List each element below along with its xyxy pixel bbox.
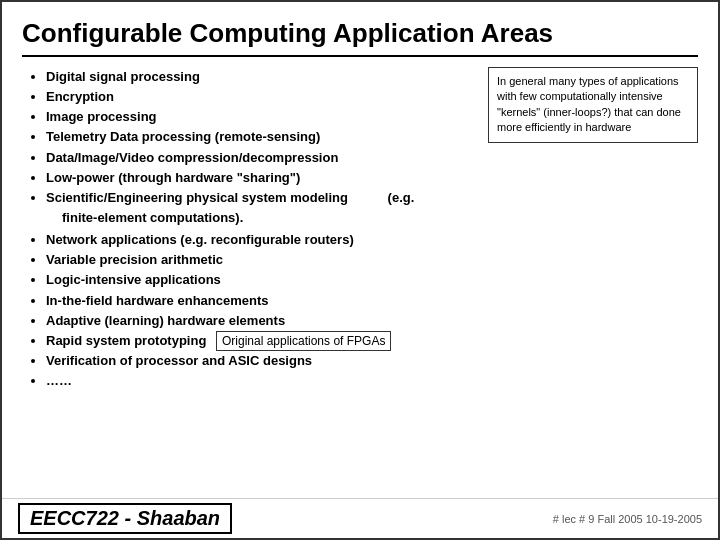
page-info: # lec # 9 Fall 2005 10-19-2005 [553, 513, 702, 525]
list-item: Telemetry Data processing (remote-sensin… [46, 127, 478, 147]
list-item: Rapid system prototyping Original applic… [46, 331, 478, 351]
content-area: Digital signal processing Encryption Ima… [22, 67, 698, 391]
list-item: Logic-intensive applications [46, 270, 478, 290]
list-item: Digital signal processing [46, 67, 478, 87]
list-item: …… [46, 371, 478, 391]
brand-label: EECC722 - Shaaban [18, 503, 232, 534]
fpga-note: Original applications of FPGAs [216, 331, 391, 351]
tooltip-box: In general many types of applications wi… [488, 67, 698, 143]
tooltip-text: In general many types of applications wi… [497, 75, 681, 133]
list-item: Encryption [46, 87, 478, 107]
list-item: Data/Image/Video compression/decompressi… [46, 148, 478, 168]
list-item: In-the-field hardware enhancements [46, 291, 478, 311]
list-item: Adaptive (learning) hardware elements [46, 311, 478, 331]
rapid-text: Rapid system prototyping [46, 333, 206, 348]
list-item: Scientific/Engineering physical system m… [46, 188, 478, 208]
bullet-list: Digital signal processing Encryption Ima… [22, 67, 478, 391]
bottom-bar: EECC722 - Shaaban # lec # 9 Fall 2005 10… [2, 498, 718, 538]
eg-label: (e.g. [388, 190, 415, 205]
slide-title: Configurable Computing Application Areas [22, 18, 698, 57]
bottom-bullet-list: Network applications (e.g. reconfigurabl… [22, 230, 478, 391]
list-item: Verification of processor and ASIC desig… [46, 351, 478, 371]
list-item: Network applications (e.g. reconfigurabl… [46, 230, 478, 250]
slide: Configurable Computing Application Areas… [0, 0, 720, 540]
list-item: Variable precision arithmetic [46, 250, 478, 270]
top-bullet-list: Digital signal processing Encryption Ima… [22, 67, 478, 208]
finite-element-text: finite-element computations). [22, 208, 478, 228]
scientific-text: Scientific/Engineering physical system m… [46, 190, 348, 205]
list-item: Low-power (through hardware "sharing") [46, 168, 478, 188]
list-item: Image processing [46, 107, 478, 127]
